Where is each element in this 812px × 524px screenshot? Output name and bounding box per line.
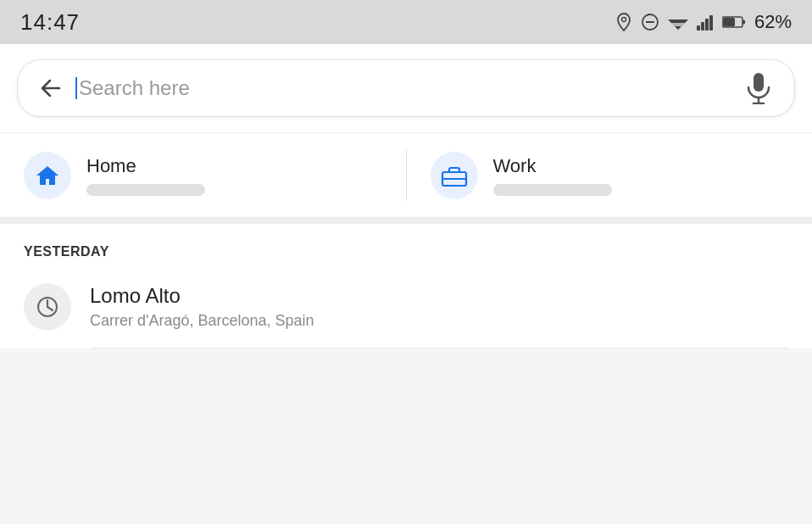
history-section-label: YESTERDAY [24, 244, 788, 259]
svg-rect-8 [705, 19, 709, 31]
wifi-icon [668, 14, 688, 30]
search-input-container[interactable]: Search here [67, 76, 740, 100]
search-bar[interactable]: Search here [17, 59, 795, 117]
status-bar: 14:47 [0, 0, 812, 44]
svg-rect-9 [709, 15, 713, 31]
home-item-text: Home [86, 155, 205, 196]
mic-button[interactable] [740, 70, 777, 107]
svg-rect-12 [742, 20, 745, 25]
svg-rect-6 [697, 25, 700, 31]
work-item-title: Work [493, 155, 612, 177]
dnd-icon [641, 13, 659, 31]
quick-home-item[interactable]: Home [0, 133, 406, 217]
cursor [75, 77, 77, 99]
status-icons: 62% [615, 11, 792, 33]
list-item[interactable]: Lomo Alto Carrer d'Aragó, Barcelona, Spa… [24, 275, 788, 348]
home-item-subtitle [86, 184, 205, 196]
history-item-subtitle: Carrer d'Aragó, Barcelona, Spain [90, 312, 314, 330]
svg-marker-5 [675, 26, 681, 30]
work-item-text: Work [493, 155, 612, 196]
search-placeholder: Search here [79, 76, 190, 100]
back-button[interactable] [35, 72, 67, 104]
section-separator [0, 217, 812, 224]
location-icon [615, 13, 632, 31]
battery-percentage: 62% [754, 11, 792, 33]
home-icon-circle [24, 152, 71, 199]
work-item-subtitle [493, 184, 612, 196]
home-item-title: Home [86, 155, 205, 177]
history-clock-icon-circle [24, 283, 71, 331]
svg-rect-11 [723, 18, 735, 26]
svg-rect-7 [701, 22, 704, 31]
search-area: Search here [0, 44, 812, 132]
quick-access-row: Home Work [0, 132, 812, 217]
svg-line-20 [47, 307, 53, 310]
history-section: YESTERDAY Lomo Alto Carrer d'Aragó, Barc… [0, 224, 812, 348]
work-icon-circle [431, 152, 478, 199]
search-input-display: Search here [75, 76, 190, 100]
history-item-text: Lomo Alto Carrer d'Aragó, Barcelona, Spa… [90, 284, 314, 330]
battery-icon [722, 15, 746, 29]
quick-work-item[interactable]: Work [407, 133, 813, 217]
history-item-divider [92, 348, 788, 348]
signal-icon [697, 14, 714, 31]
svg-point-0 [621, 18, 626, 22]
history-item-title: Lomo Alto [90, 284, 314, 308]
status-time: 14:47 [20, 9, 80, 36]
svg-rect-13 [754, 73, 764, 92]
